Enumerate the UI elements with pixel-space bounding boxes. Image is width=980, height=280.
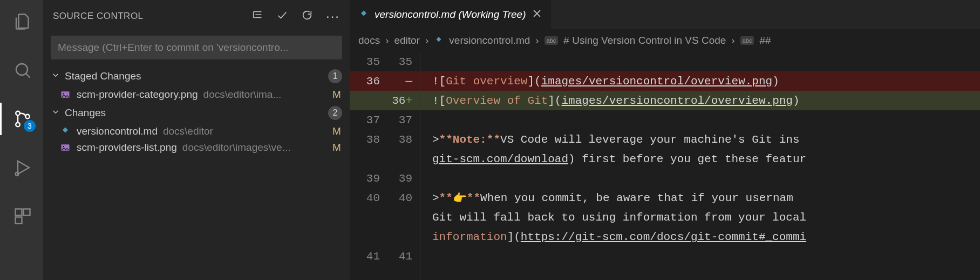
markdown-file-icon	[434, 36, 444, 45]
svg-point-3	[16, 123, 20, 127]
section-staged-changes[interactable]: Staged Changes 1	[43, 66, 350, 86]
refresh-icon	[301, 9, 313, 21]
file-name: scm-providers-list.png	[77, 142, 177, 154]
file-path: docs\editor\ima...	[203, 89, 326, 101]
markdown-file-icon	[358, 9, 369, 20]
chevron-right-icon: ›	[535, 35, 539, 46]
line-number: 36	[350, 71, 387, 91]
close-tab-button[interactable]	[532, 8, 542, 22]
image-file-icon	[59, 142, 71, 154]
pointing-hand-icon: 👉	[453, 191, 467, 205]
section-label: Staged Changes	[65, 70, 324, 82]
breadcrumb[interactable]: docs › editor › versioncontrol.md › abc …	[350, 29, 980, 52]
chevron-right-icon: ›	[385, 35, 389, 46]
line-number: 35	[387, 52, 420, 71]
svg-point-18	[63, 146, 64, 148]
code-line	[420, 169, 980, 188]
chevron-right-icon: ›	[425, 35, 428, 46]
breadcrumb-item[interactable]: versioncontrol.md	[449, 35, 530, 46]
line-number: 35	[350, 52, 387, 71]
svg-point-16	[63, 93, 64, 95]
markdown-file-icon	[59, 125, 71, 137]
breadcrumb-item[interactable]: # Using Version Control in VS Code	[563, 35, 726, 46]
svg-point-2	[16, 111, 20, 116]
commit-message-input[interactable]	[51, 36, 342, 59]
line-number: 36+	[387, 91, 420, 110]
status-modified: M	[331, 89, 342, 101]
code-line: information](https://git-scm.com/docs/gi…	[420, 227, 980, 246]
modified-line-gutter: 35 — 36+ 37 38 39 40 41	[387, 52, 420, 280]
scm-badge: 3	[24, 120, 36, 132]
line-number: —	[387, 71, 420, 91]
chevron-right-icon: ›	[731, 35, 734, 46]
tab-versioncontrol-diff[interactable]: versioncontrol.md (Working Tree)	[350, 0, 552, 29]
code-line-added: ![Overview of Git](images/versioncontrol…	[420, 91, 980, 110]
sidebar-title: SOURCE CONTROL	[53, 11, 251, 22]
breadcrumb-item[interactable]: editor	[394, 35, 420, 46]
section-label: Changes	[65, 107, 324, 119]
file-path: docs\editor	[163, 125, 326, 137]
file-name: scm-provider-category.png	[77, 89, 198, 101]
activity-extensions[interactable]	[0, 200, 43, 232]
line-number: 37	[387, 110, 420, 130]
line-number: 40	[387, 188, 420, 208]
more-actions-button[interactable]: ···	[326, 10, 340, 23]
sidebar-title-row: SOURCE CONTROL ···	[43, 0, 350, 32]
breadcrumb-item[interactable]: docs	[358, 35, 380, 46]
breadcrumb-item[interactable]: ##	[759, 35, 771, 46]
code-line: git-scm.com/download) first before you g…	[420, 149, 980, 169]
line-number: 39	[350, 169, 387, 188]
file-name: versioncontrol.md	[77, 125, 158, 137]
check-icon	[276, 9, 288, 21]
view-as-tree-button[interactable]	[251, 9, 263, 24]
commit-button[interactable]	[276, 9, 288, 24]
line-number: 37	[350, 110, 387, 130]
diff-editor[interactable]: 35 36 37 38 39 40 41 35 — 36+ 37 38 39	[350, 52, 980, 280]
activity-run[interactable]	[0, 151, 43, 184]
line-number	[387, 227, 420, 246]
line-number: 38	[350, 130, 387, 149]
symbol-string-icon: abc	[545, 36, 559, 45]
file-row[interactable]: scm-providers-list.png docs\editor\image…	[43, 139, 350, 156]
line-number	[387, 149, 420, 169]
refresh-button[interactable]	[301, 9, 313, 24]
image-file-icon	[59, 89, 71, 101]
svg-line-1	[26, 74, 30, 78]
files-icon	[13, 12, 32, 31]
line-number: 38	[387, 130, 420, 149]
chevron-down-icon	[51, 107, 60, 119]
svg-rect-9	[15, 217, 22, 224]
status-modified: M	[331, 142, 342, 154]
extensions-icon	[13, 206, 32, 226]
line-number	[350, 149, 387, 169]
line-number: 40	[350, 188, 387, 208]
file-row[interactable]: versioncontrol.md docs\editor M	[43, 123, 350, 139]
status-modified: M	[331, 125, 342, 137]
file-path: docs\editor\images\ve...	[182, 142, 326, 154]
original-line-gutter: 35 36 37 38 39 40 41	[350, 52, 387, 280]
code-line-deleted: ![Git overview](images/versioncontrol/ov…	[420, 71, 980, 91]
activity-search[interactable]	[0, 54, 43, 86]
activity-scm[interactable]: 3	[0, 103, 43, 135]
code-content[interactable]: ![Git overview](images/versioncontrol/ov…	[420, 52, 980, 280]
section-changes[interactable]: Changes 2	[43, 103, 350, 123]
tab-bar: versioncontrol.md (Working Tree)	[350, 0, 980, 29]
activity-bar: 3	[0, 0, 43, 280]
chevron-down-icon	[51, 70, 60, 83]
svg-marker-5	[18, 161, 29, 174]
line-number	[350, 91, 387, 110]
activity-explorer[interactable]	[0, 5, 43, 38]
file-row[interactable]: scm-provider-category.png docs\editor\im…	[43, 86, 350, 103]
code-line	[420, 52, 980, 71]
code-line: >**Note:** VS Code will leverage your ma…	[420, 130, 980, 149]
search-icon	[13, 61, 32, 80]
symbol-string-icon: abc	[740, 36, 754, 45]
line-number	[387, 208, 420, 227]
code-line: Git will fall back to using information …	[420, 208, 980, 227]
editor-group: versioncontrol.md (Working Tree) docs › …	[350, 0, 980, 280]
tab-label: versioncontrol.md (Working Tree)	[375, 9, 526, 21]
svg-rect-7	[15, 209, 22, 216]
changes-count-badge: 2	[328, 106, 342, 120]
svg-point-0	[16, 64, 28, 75]
svg-point-6	[15, 172, 18, 176]
